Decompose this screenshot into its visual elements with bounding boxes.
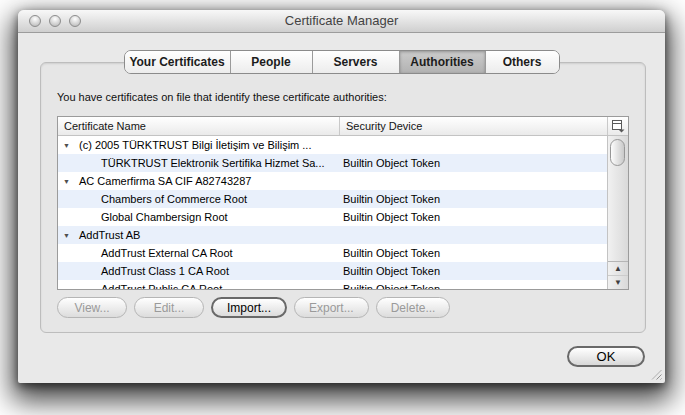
- security-device-cell: Builtin Object Token: [339, 265, 609, 277]
- tab-people[interactable]: People: [230, 51, 312, 73]
- table-row[interactable]: AddTrust Class 1 CA RootBuiltin Object T…: [58, 262, 609, 280]
- table-row[interactable]: AddTrust External CA RootBuiltin Object …: [58, 244, 609, 262]
- tab-authorities[interactable]: Authorities: [399, 51, 485, 73]
- certificate-name-cell: ▼AC Camerfirma SA CIF A82743287: [58, 175, 339, 187]
- table-header: Certificate Name Security Device: [58, 117, 628, 136]
- tab-others[interactable]: Others: [485, 51, 559, 73]
- table-row[interactable]: AddTrust Public CA RootBuiltin Object To…: [58, 280, 609, 289]
- resize-grip-icon[interactable]: [649, 367, 662, 380]
- table-row[interactable]: TÜRKTRUST Elektronik Sertifika Hizmet Sa…: [58, 154, 609, 172]
- certificate-name-text: AddTrust AB: [79, 229, 140, 241]
- certificate-name-text: (c) 2005 TÜRKTRUST Bilgi İletişim ve Bil…: [79, 139, 311, 151]
- delete-button[interactable]: Delete...: [376, 297, 451, 318]
- certificate-name-text: AC Camerfirma SA CIF A82743287: [79, 175, 251, 187]
- security-device-cell: Builtin Object Token: [339, 157, 609, 169]
- certificate-name-text: AddTrust External CA Root: [101, 247, 233, 259]
- certificate-name-cell: AddTrust Public CA Root: [58, 283, 339, 289]
- certificate-table: Certificate Name Security Device ▼(c) 20…: [57, 116, 629, 290]
- security-device-cell: Builtin Object Token: [339, 193, 609, 205]
- table-rows: ▼(c) 2005 TÜRKTRUST Bilgi İletişim ve Bi…: [58, 136, 609, 289]
- table-row[interactable]: Chambers of Commerce RootBuiltin Object …: [58, 190, 609, 208]
- window-title: Certificate Manager: [18, 10, 665, 32]
- certificate-name-text: AddTrust Public CA Root: [101, 283, 222, 289]
- traffic-lights: [29, 15, 81, 27]
- security-device-cell: Builtin Object Token: [339, 247, 609, 259]
- minimize-button[interactable]: [49, 15, 61, 27]
- table-row[interactable]: ▼AC Camerfirma SA CIF A82743287: [58, 172, 609, 190]
- vertical-scrollbar[interactable]: ▲ ▼: [607, 136, 628, 289]
- certificate-name-cell: Chambers of Commerce Root: [58, 193, 339, 205]
- certificate-name-cell: TÜRKTRUST Elektronik Sertifika Hizmet Sa…: [58, 157, 339, 169]
- close-button[interactable]: [29, 15, 41, 27]
- certificate-name-text: Global Chambersign Root: [101, 211, 228, 223]
- disclosure-triangle-icon[interactable]: ▼: [63, 232, 79, 239]
- table-row[interactable]: ▼AddTrust AB: [58, 226, 609, 244]
- scroll-up-icon: ▲: [614, 264, 622, 273]
- disclosure-triangle-icon[interactable]: ▼: [63, 142, 79, 149]
- tab-servers[interactable]: Servers: [312, 51, 399, 73]
- certificate-name-cell: Global Chambersign Root: [58, 211, 339, 223]
- table-row[interactable]: Global Chambersign RootBuiltin Object To…: [58, 208, 609, 226]
- tab-your-certificates[interactable]: Your Certificates: [125, 51, 230, 73]
- tab-bar: Your Certificates People Servers Authori…: [124, 50, 560, 74]
- export-button[interactable]: Export...: [294, 297, 369, 318]
- description-text: You have certificates on file that ident…: [57, 90, 387, 104]
- certificate-name-text: Chambers of Commerce Root: [101, 193, 247, 205]
- scroll-up-button[interactable]: ▲: [608, 262, 628, 275]
- security-device-cell: Builtin Object Token: [339, 283, 609, 289]
- certificate-name-cell: ▼AddTrust AB: [58, 229, 339, 241]
- column-header-certificate-name[interactable]: Certificate Name: [58, 117, 339, 135]
- certificate-name-cell: AddTrust External CA Root: [58, 247, 339, 259]
- column-picker-icon: [612, 120, 625, 133]
- title-bar[interactable]: Certificate Manager: [18, 10, 665, 33]
- table-row[interactable]: ▼(c) 2005 TÜRKTRUST Bilgi İletişim ve Bi…: [58, 136, 609, 154]
- action-button-row: View... Edit... Import... Export... Dele…: [57, 297, 450, 318]
- certificate-name-cell: AddTrust Class 1 CA Root: [58, 265, 339, 277]
- scrollbar-arrows: ▲ ▼: [608, 261, 628, 289]
- view-button[interactable]: View...: [57, 297, 127, 318]
- scroll-down-icon: ▼: [614, 278, 622, 287]
- security-device-cell: Builtin Object Token: [339, 211, 609, 223]
- zoom-button[interactable]: [69, 15, 81, 27]
- screen: Certificate Manager Your Certificates Pe…: [0, 0, 685, 415]
- column-header-security-device[interactable]: Security Device: [339, 117, 607, 135]
- certificate-name-text: AddTrust Class 1 CA Root: [101, 265, 229, 277]
- disclosure-triangle-icon[interactable]: ▼: [63, 178, 79, 185]
- certificate-manager-window: Certificate Manager Your Certificates Pe…: [18, 10, 665, 383]
- scroll-down-button[interactable]: ▼: [608, 275, 628, 289]
- column-picker-button[interactable]: [607, 117, 628, 135]
- certificate-name-cell: ▼(c) 2005 TÜRKTRUST Bilgi İletişim ve Bi…: [58, 139, 339, 151]
- edit-button[interactable]: Edit...: [134, 297, 204, 318]
- certificate-name-text: TÜRKTRUST Elektronik Sertifika Hizmet Sa…: [101, 157, 325, 169]
- import-button[interactable]: Import...: [211, 297, 287, 318]
- scrollbar-thumb[interactable]: [610, 139, 625, 166]
- ok-button[interactable]: OK: [567, 346, 645, 367]
